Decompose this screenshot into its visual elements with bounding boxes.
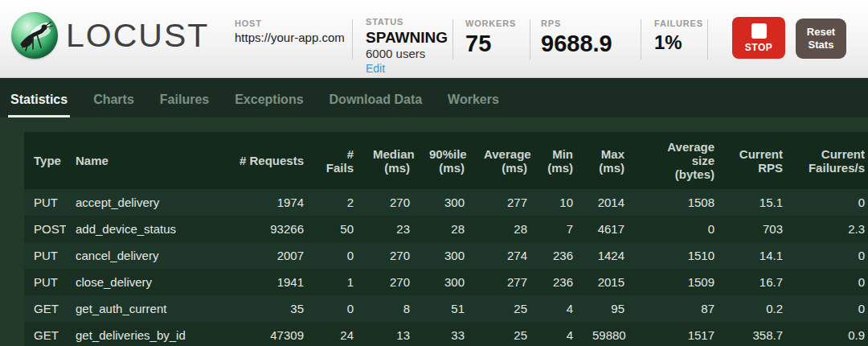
table-row: PUT close_delivery 1941 1 270 300 277 23…	[24, 269, 868, 295]
host-stat: HOST https://your-app.com	[235, 19, 345, 44]
cell-average-size: 87	[634, 295, 724, 322]
workers-value: 75	[465, 31, 516, 56]
col-header-min[interactable]: Min (ms)	[537, 132, 583, 189]
cell-median: 270	[363, 269, 420, 295]
cell-average-size: 1508	[634, 189, 724, 216]
host-value: https://your-app.com	[235, 31, 345, 44]
cell-max: 1424	[583, 242, 634, 269]
rps-label: RPS	[541, 19, 612, 28]
cell-current-failures: 2.3	[792, 216, 868, 242]
col-header-requests[interactable]: # Requests	[227, 132, 313, 189]
tab-download-data[interactable]: Download Data	[327, 93, 425, 117]
col-header-current-failures[interactable]: Current Failures/s	[792, 132, 868, 189]
status-users: 6000 users	[366, 46, 448, 61]
edit-link[interactable]: Edit	[366, 61, 385, 76]
cell-current-rps: 15.1	[724, 189, 792, 216]
rps-value: 9688.9	[541, 31, 612, 56]
cell-max: 59880	[583, 322, 634, 346]
tab-workers[interactable]: Workers	[445, 93, 502, 117]
divider	[452, 19, 453, 60]
status-label: STATUS	[366, 17, 448, 27]
cell-min: 236	[537, 269, 583, 295]
cell-type: GET	[24, 295, 66, 322]
locust-logo-link[interactable]: LOCUST	[11, 12, 209, 59]
cell-average: 277	[474, 189, 537, 216]
host-label: HOST	[235, 19, 345, 28]
cell-max: 2015	[583, 269, 634, 295]
cell-fails: 50	[313, 216, 363, 242]
col-header-type[interactable]: Type	[24, 132, 66, 189]
cell-average: 25	[474, 322, 537, 346]
cell-fails: 24	[313, 322, 363, 346]
failures-label: FAILURES	[654, 19, 703, 28]
divider	[352, 19, 353, 60]
cell-type: POST	[24, 216, 66, 242]
cell-current-rps: 0.2	[724, 295, 792, 322]
cell-requests: 1941	[227, 269, 313, 295]
cell-current-rps: 16.7	[724, 269, 792, 295]
status-value: SPAWNING	[366, 29, 448, 46]
reset-stats-button[interactable]: Reset Stats	[796, 19, 846, 59]
cell-max: 2014	[583, 189, 634, 216]
cell-90percentile: 300	[420, 189, 474, 216]
cell-type: PUT	[24, 189, 66, 216]
cell-current-rps: 14.1	[724, 242, 792, 269]
cell-requests: 47309	[227, 322, 313, 346]
col-header-current-rps[interactable]: Current RPS	[724, 132, 792, 189]
cell-90percentile: 51	[420, 295, 474, 322]
locust-wordmark: LOCUST	[66, 12, 209, 59]
status-stat: STATUS SPAWNING 6000 users Edit	[366, 17, 448, 76]
cell-requests: 93266	[227, 216, 313, 242]
statistics-page: Type Name # Requests # Fails Median (ms)…	[0, 117, 868, 346]
cell-current-rps: 358.7	[724, 322, 792, 346]
rps-stat: RPS 9688.9	[541, 19, 612, 56]
nav-bar: Statistics Charts Failures Exceptions Do…	[0, 78, 868, 117]
col-header-average[interactable]: Average (ms)	[474, 132, 537, 189]
failures-stat: FAILURES 1%	[654, 19, 703, 55]
cell-min: 4	[537, 295, 583, 322]
cell-median: 23	[363, 216, 420, 242]
cell-current-failures: 0	[792, 242, 868, 269]
cell-average: 274	[474, 242, 537, 269]
tab-exceptions[interactable]: Exceptions	[232, 93, 305, 117]
cell-90percentile: 33	[420, 322, 474, 346]
cell-fails: 1	[313, 269, 363, 295]
col-header-max[interactable]: Max (ms)	[583, 132, 634, 189]
cell-average: 277	[474, 269, 537, 295]
cell-requests: 2007	[227, 242, 313, 269]
col-header-average-size[interactable]: Average size (bytes)	[634, 132, 724, 189]
cell-fails: 2	[313, 189, 363, 216]
cell-fails: 0	[313, 242, 363, 269]
col-header-name[interactable]: Name	[66, 132, 227, 189]
cell-average: 25	[474, 295, 537, 322]
cell-current-failures: 0	[792, 269, 868, 295]
cell-average-size: 0	[634, 216, 724, 242]
locust-logo-icon	[11, 12, 58, 59]
cell-min: 10	[537, 189, 583, 216]
cell-90percentile: 28	[420, 216, 474, 242]
cell-requests: 35	[227, 295, 313, 322]
col-header-90percentile[interactable]: 90%ile (ms)	[420, 132, 474, 189]
stop-button-label: STOP	[745, 42, 772, 53]
tab-failures[interactable]: Failures	[158, 93, 211, 117]
workers-stat: WORKERS 75	[465, 19, 516, 56]
cell-90percentile: 300	[420, 269, 474, 295]
table-row: PUT cancel_delivery 2007 0 270 300 274 2…	[24, 242, 868, 269]
cell-name: get_deliveries_by_id	[66, 322, 227, 346]
cell-min: 7	[537, 216, 583, 242]
tab-charts[interactable]: Charts	[91, 93, 137, 117]
cell-current-rps: 703	[724, 216, 792, 242]
cell-type: PUT	[24, 242, 66, 269]
table-row: PUT accept_delivery 1974 2 270 300 277 1…	[24, 189, 868, 216]
table-row: GET get_deliveries_by_id 47309 24 13 33 …	[24, 322, 868, 346]
cell-average-size: 1509	[634, 269, 724, 295]
cell-average: 28	[474, 216, 537, 242]
cell-max: 4617	[583, 216, 634, 242]
tab-statistics[interactable]: Statistics	[8, 93, 70, 117]
divider	[530, 19, 530, 60]
cell-min: 4	[537, 322, 583, 346]
cell-current-failures: 0	[792, 295, 868, 322]
stop-button[interactable]: STOP	[732, 17, 785, 59]
col-header-fails[interactable]: # Fails	[313, 132, 363, 189]
col-header-median[interactable]: Median (ms)	[363, 132, 420, 189]
